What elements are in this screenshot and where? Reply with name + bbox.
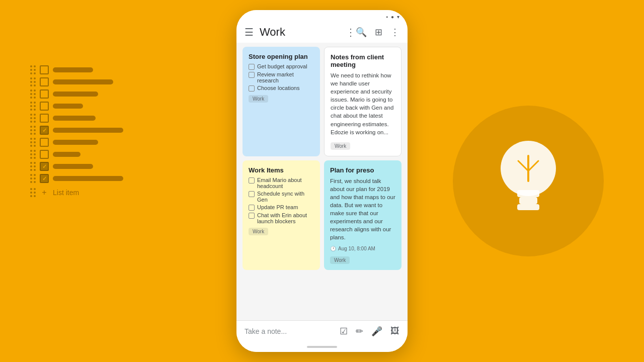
- svg-rect-1: [517, 190, 539, 197]
- list-checkbox[interactable]: [40, 89, 49, 99]
- note-client-body: We need to rethink how we handle user ex…: [331, 71, 395, 136]
- drag-dots: [30, 77, 36, 86]
- list-bar: [53, 79, 113, 84]
- note-work-tag: Work: [249, 228, 268, 235]
- note-item-pr: Update PR team: [249, 204, 314, 211]
- app-title: Work: [260, 26, 285, 39]
- note-store-title: Store opening plan: [249, 53, 314, 60]
- list-row: [30, 89, 123, 99]
- drag-dots: [30, 174, 36, 183]
- drag-dots: [30, 102, 36, 111]
- app-header: ☰ Work ⋮ 🔍 ⊞ ⋮: [236, 24, 408, 43]
- note-item-erin: Chat with Erin about launch blockers: [249, 212, 314, 224]
- list-checkbox[interactable]: [40, 102, 49, 111]
- phone-home-bar: [236, 342, 408, 352]
- note-work-title: Work Items: [249, 166, 314, 174]
- list-bar: [53, 140, 98, 145]
- list-bar: [53, 152, 80, 157]
- list-row: [30, 65, 123, 74]
- add-item-row[interactable]: + List item: [30, 188, 123, 197]
- list-checkbox[interactable]: [40, 138, 49, 147]
- note-item-review: Review market research: [249, 71, 314, 83]
- note-store-opening[interactable]: Store opening plan Get budget approval R…: [243, 47, 320, 156]
- drag-dots: [30, 65, 36, 74]
- add-item-label: List item: [53, 189, 79, 197]
- phone-mockup: ▪ ● ▾ ☰ Work ⋮ 🔍 ⊞ ⋮ Store opening plan …: [236, 10, 408, 352]
- overflow-icon[interactable]: ⋮: [390, 27, 399, 38]
- list-bar: [53, 164, 93, 169]
- note-item-email: Email Mario about headcount: [249, 177, 314, 189]
- drag-dots: [30, 162, 36, 171]
- note-preso-timestamp: 🕐 Aug 10, 8:00 AM: [330, 246, 395, 251]
- svg-rect-3: [517, 204, 539, 210]
- note-preso-tag: Work: [330, 256, 350, 264]
- note-client-title: Notes from client meeting: [331, 53, 395, 68]
- plus-icon[interactable]: +: [40, 188, 49, 197]
- svg-rect-2: [519, 197, 537, 204]
- list-bar: [53, 116, 96, 121]
- drag-dots: [30, 150, 36, 159]
- mic-icon[interactable]: 🎤: [371, 326, 382, 337]
- bottom-bar: Take a note... ☑ ✏ 🎤 🖼: [236, 320, 408, 342]
- image-icon[interactable]: 🖼: [390, 326, 399, 337]
- drag-dots: [30, 138, 36, 147]
- drag-dots: [30, 114, 36, 123]
- drag-dots: [30, 89, 36, 99]
- list-checkbox[interactable]: [40, 65, 49, 74]
- list-row: [30, 114, 123, 123]
- search-icon[interactable]: 🔍: [356, 27, 367, 38]
- list-row: [30, 77, 123, 86]
- notes-grid: Store opening plan Get budget approval R…: [243, 47, 401, 270]
- list-checkbox[interactable]: [40, 150, 49, 159]
- note-item-locations: Choose locations: [249, 85, 314, 92]
- note-preso-title: Plan for preso: [330, 166, 395, 174]
- note-plan-preso[interactable]: Plan for preso First, we should talk abo…: [324, 160, 401, 270]
- take-note-placeholder[interactable]: Take a note...: [245, 327, 340, 335]
- status-bar: ▪ ● ▾: [236, 10, 408, 24]
- header-more-icon[interactable]: ⋮: [346, 26, 356, 38]
- list-row: [30, 150, 123, 159]
- layout-icon[interactable]: ⊞: [375, 27, 382, 38]
- note-tag-work: Work: [249, 95, 268, 103]
- list-row: [30, 126, 123, 135]
- list-bar: [53, 92, 98, 97]
- note-item-sync: Schedule sync with Gen: [249, 191, 314, 203]
- list-bar: [53, 176, 123, 181]
- list-row: [30, 162, 123, 171]
- home-bar-indicator: [307, 346, 337, 348]
- note-client-tag: Work: [331, 142, 350, 150]
- note-client-meeting[interactable]: Notes from client meeting We need to ret…: [324, 47, 401, 156]
- battery-icon: ▪: [386, 14, 388, 20]
- list-bar: [53, 104, 83, 109]
- wifi-icon: ▾: [397, 14, 399, 20]
- list-bar: [53, 128, 123, 133]
- list-checkbox[interactable]: [40, 126, 49, 135]
- list-checkbox[interactable]: [40, 162, 49, 171]
- list-row: [30, 102, 123, 111]
- note-work-items[interactable]: Work Items Email Mario about headcount S…: [243, 160, 320, 270]
- list-checkbox[interactable]: [40, 77, 49, 86]
- list-checkbox[interactable]: [40, 114, 49, 123]
- note-item-budget: Get budget approval: [249, 63, 314, 70]
- checkbox-icon[interactable]: ☑: [340, 326, 348, 337]
- hamburger-menu-icon[interactable]: ☰: [245, 26, 254, 38]
- drag-dots: [30, 188, 36, 197]
- list-row: [30, 174, 123, 183]
- note-preso-body: First, we should talk about our plan for…: [330, 177, 395, 242]
- bottom-icons: ☑ ✏ 🎤 🖼: [340, 326, 399, 337]
- list-bar: [53, 67, 93, 72]
- bulb-decoration: [453, 106, 604, 256]
- drag-dots: [30, 126, 36, 135]
- notes-area: Store opening plan Get budget approval R…: [236, 43, 408, 320]
- draw-icon[interactable]: ✏: [356, 326, 363, 337]
- left-list: + List item: [30, 65, 123, 197]
- list-row: [30, 138, 123, 147]
- list-checkbox[interactable]: [40, 174, 49, 183]
- signal-icon: ●: [391, 14, 394, 20]
